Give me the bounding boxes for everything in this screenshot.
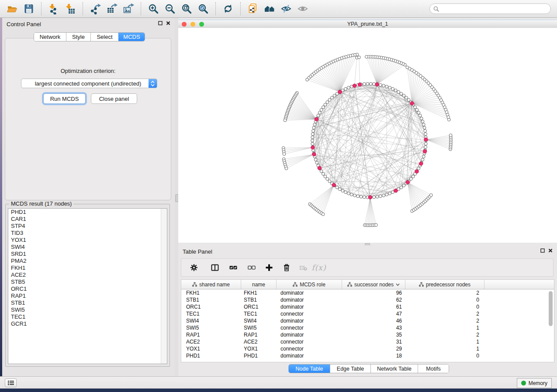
column-header-shared-name[interactable]: shared name <box>181 280 241 289</box>
mcds-node[interactable] <box>410 102 414 105</box>
tab-network-table[interactable]: Network Table <box>370 364 418 373</box>
network-node[interactable] <box>407 98 410 101</box>
task-history-button[interactable] <box>5 378 17 387</box>
network-from-selection-button[interactable] <box>245 2 261 16</box>
network-node[interactable] <box>324 103 327 106</box>
table-row[interactable]: SWI4SWI4dominator462 <box>181 317 554 324</box>
mcds-result-item[interactable]: ORC1 <box>8 285 167 292</box>
add-column-button[interactable] <box>263 260 276 275</box>
network-node[interactable] <box>385 85 388 88</box>
network-node[interactable] <box>391 191 394 194</box>
network-node[interactable] <box>326 101 329 104</box>
network-node[interactable] <box>320 170 323 173</box>
network-node[interactable] <box>420 117 423 120</box>
mcds-node[interactable] <box>423 150 426 153</box>
network-node[interactable] <box>424 145 427 148</box>
deselect-all-button[interactable] <box>245 260 258 275</box>
network-node[interactable] <box>363 83 366 86</box>
network-node[interactable] <box>369 83 372 86</box>
column-header-predecessor-nodes[interactable]: predecessor nodes <box>405 280 484 289</box>
mcds-node[interactable] <box>332 183 336 187</box>
show-all-button[interactable] <box>294 2 311 16</box>
memory-button[interactable]: Memory <box>517 378 552 388</box>
close-panel-button[interactable]: Close panel <box>91 93 137 104</box>
table-row[interactable]: FKH1FKH1dominator962 <box>181 289 554 296</box>
network-node[interactable] <box>317 114 320 117</box>
network-node[interactable] <box>311 136 314 139</box>
network-node[interactable] <box>379 83 382 86</box>
mcds-node[interactable] <box>311 146 315 149</box>
tab-style[interactable]: Style <box>66 33 90 41</box>
network-canvas[interactable] <box>178 28 557 243</box>
mcds-node[interactable] <box>375 83 379 86</box>
network-node[interactable] <box>382 194 385 197</box>
network-node[interactable] <box>397 90 400 93</box>
mcds-result-item[interactable]: ACE2 <box>8 272 167 279</box>
mcds-result-item[interactable]: SRD1 <box>8 251 167 258</box>
network-node[interactable] <box>284 119 287 122</box>
settings-button[interactable] <box>187 260 201 275</box>
mcds-node[interactable] <box>394 189 398 193</box>
network-node[interactable] <box>322 106 325 109</box>
mcds-result-item[interactable]: RAP1 <box>8 292 167 299</box>
network-node[interactable] <box>421 120 424 123</box>
network-node[interactable] <box>314 158 317 161</box>
close-panel-icon[interactable] <box>166 21 170 25</box>
network-node[interactable] <box>379 195 382 198</box>
table-row[interactable]: STB1STB1dominator620 <box>181 296 554 303</box>
network-node[interactable] <box>341 189 344 193</box>
network-node[interactable] <box>360 195 363 198</box>
mcds-result-item[interactable]: STB1 <box>8 299 167 306</box>
run-mcds-button[interactable]: Run MCDS <box>43 93 86 104</box>
mcds-result-item[interactable]: GCR1 <box>8 320 167 327</box>
network-node[interactable] <box>424 142 427 145</box>
network-node[interactable] <box>402 94 405 97</box>
network-node[interactable] <box>324 175 327 178</box>
table-row[interactable]: TEC1TEC1connector472 <box>181 310 554 317</box>
network-node[interactable] <box>311 142 314 145</box>
network-node[interactable] <box>414 106 417 109</box>
mcds-result-item[interactable]: PMA2 <box>8 258 167 265</box>
open-file-button[interactable] <box>4 2 21 16</box>
mcds-result-item[interactable]: TEC1 <box>8 313 167 320</box>
network-node[interactable] <box>363 196 366 199</box>
network-node[interactable] <box>417 111 420 114</box>
column-header-name[interactable]: name <box>241 280 277 289</box>
network-node[interactable] <box>312 129 315 132</box>
table-row[interactable]: PHD1PHD1dominator180 <box>181 352 554 359</box>
network-node[interactable] <box>374 224 377 227</box>
network-node[interactable] <box>306 78 309 81</box>
mcds-result-item[interactable]: TID3 <box>8 230 167 237</box>
network-node[interactable] <box>358 56 361 59</box>
mcds-node[interactable] <box>424 138 428 141</box>
table-row[interactable]: YOX1YOX1connector291 <box>181 345 554 352</box>
network-node[interactable] <box>412 175 415 178</box>
select-all-button[interactable] <box>227 260 240 275</box>
close-panel-icon[interactable] <box>548 248 553 253</box>
network-node[interactable] <box>365 55 368 58</box>
float-panel-icon[interactable] <box>158 21 163 25</box>
float-panel-icon[interactable] <box>540 248 545 253</box>
mcds-node[interactable] <box>419 162 423 165</box>
network-node[interactable] <box>350 193 353 196</box>
zoom-out-button[interactable] <box>162 2 178 16</box>
network-node[interactable] <box>366 83 369 86</box>
mcds-result-item[interactable]: SWI4 <box>8 244 167 251</box>
mcds-result-item[interactable]: YOX1 <box>8 237 167 244</box>
network-node[interactable] <box>347 192 350 195</box>
mcds-result-item[interactable]: SWI5 <box>8 306 167 313</box>
network-node[interactable] <box>400 92 403 95</box>
network-node[interactable] <box>406 66 409 69</box>
network-node[interactable] <box>417 167 420 170</box>
refresh-button[interactable] <box>220 2 236 16</box>
network-window-titlebar[interactable]: YPA_prune.txt_1 <box>178 20 557 28</box>
network-node[interactable] <box>353 194 356 197</box>
vertical-splitter[interactable] <box>175 18 178 376</box>
network-node[interactable] <box>336 186 339 189</box>
network-node[interactable] <box>315 161 318 164</box>
mcds-node[interactable] <box>318 166 321 170</box>
save-session-button[interactable] <box>21 2 37 16</box>
first-neighbors-button[interactable] <box>261 2 278 16</box>
mcds-node[interactable] <box>415 170 419 173</box>
network-node[interactable] <box>328 98 331 101</box>
